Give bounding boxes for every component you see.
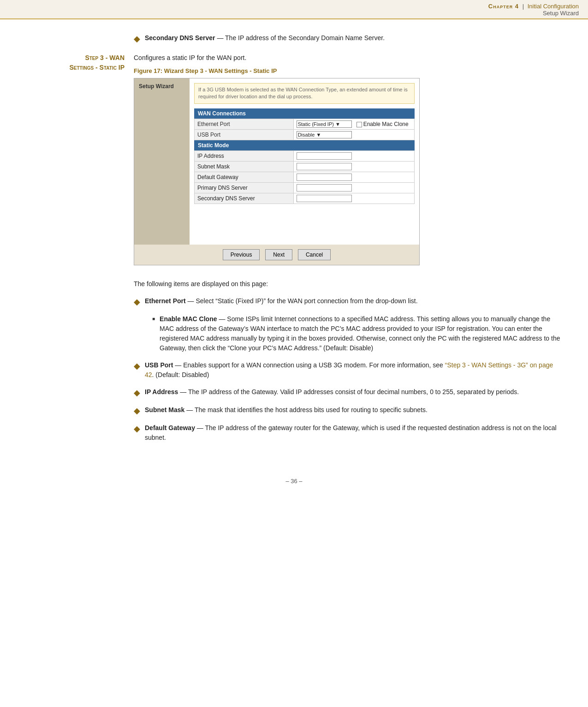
subnet-bullet-text: Subnet Mask — The mask that identifies t… (145, 405, 428, 416)
default-gateway-cell (293, 172, 414, 182)
secondary-dns-cell (293, 193, 414, 204)
default-gateway-label: Default Gateway (195, 172, 294, 182)
step3-label: Step 3 - WAN Settings - Static IP (28, 53, 134, 265)
mac-clone-sub-text: Enable MAC Clone — Some ISPs limit Inter… (160, 314, 560, 353)
wizard-main-panel: If a 3G USB Modem is selected as the WAN… (190, 78, 419, 245)
subnet-text: — The mask that identifies the host addr… (184, 406, 428, 413)
ip-address-input[interactable] (297, 152, 352, 160)
step3-label-line1: Step 3 - WAN (85, 54, 125, 61)
usb-port-bullet: ◆ USB Port — Enables support for a WAN c… (134, 360, 560, 380)
step3-description: Configures a static IP for the WAN port. (134, 53, 560, 63)
ethernet-port-row: Ethernet Port Static (Fixed IP) ▼ Enable… (195, 119, 415, 129)
step3-label-line2: Settings - Static IP (69, 64, 125, 71)
wizard-sidebar-title: Setup Wizard (139, 83, 185, 90)
wan-connections-header: WAN Connections (194, 108, 415, 119)
usb-text: — Enables support for a WAN connection u… (173, 361, 445, 369)
previous-button[interactable]: Previous (223, 249, 260, 260)
header-sub-title: Setup Wizard (9, 10, 579, 17)
bullet-diamond-icon: ◆ (134, 388, 140, 398)
wizard-notice: If a 3G USB Modem is selected as the WAN… (194, 83, 415, 104)
usb-port-row: USB Port Disable ▼ (195, 129, 415, 140)
ethernet-bullet-item: ◆ Ethernet Port — Select “Static (Fixed … (134, 296, 560, 307)
secondary-dns-input[interactable] (297, 195, 352, 202)
chapter-title: Initial Configuration (528, 3, 579, 10)
bullet-diamond-icon: ◆ (134, 406, 140, 416)
cancel-button[interactable]: Cancel (298, 249, 331, 260)
page-header: Chapter 4 | Initial Configuration Setup … (0, 0, 588, 19)
mac-clone-sub-bullet: ■ Enable MAC Clone — Some ISPs limit Int… (152, 314, 560, 353)
sub-bullet-square-icon: ■ (152, 316, 155, 353)
usb-port-option: Disable (298, 132, 315, 138)
subnet-mask-label: Subnet Mask (195, 161, 294, 172)
usb-text2: . (Default: Disabled) (152, 371, 209, 378)
static-mode-table: IP Address Subnet Mask Default Gateway (194, 150, 415, 204)
ethernet-text: — Select “Static (Fixed IP)” for the WAN… (186, 297, 418, 305)
page-number: – 36 – (285, 478, 302, 485)
bullet-diamond-icon: ◆ (134, 361, 140, 380)
following-section: The following items are displayed on thi… (28, 279, 560, 443)
step3-section: Step 3 - WAN Settings - Static IP Config… (28, 53, 560, 265)
header-separator: | (523, 3, 524, 10)
wan-connections-table: Ethernet Port Static (Fixed IP) ▼ Enable… (194, 119, 415, 140)
default-gateway-row: Default Gateway (195, 172, 415, 182)
ethernet-port-label: Ethernet Port (195, 119, 294, 129)
subnet-bullet-item: ◆ Subnet Mask — The mask that identifies… (134, 405, 560, 416)
secondary-dns-description: — The IP address of the Secondary Domain… (215, 34, 385, 42)
subnet-mask-cell (293, 161, 414, 172)
default-gateway-input[interactable] (297, 174, 352, 181)
chapter-label: Chapter 4 (488, 3, 519, 10)
mac-clone-checkbox[interactable] (356, 122, 362, 127)
ip-address-cell (293, 150, 414, 161)
ethernet-port-select[interactable]: Static (Fixed IP) ▼ (297, 120, 352, 128)
secondary-dns-bullet: ◆ Secondary DNS Server — The IP address … (134, 33, 560, 44)
ip-text: — The IP address of the Gateway. Valid I… (178, 388, 519, 395)
figure-caption: Figure 17: Wizard Step 3 - WAN Settings … (134, 67, 560, 74)
subnet-label: Subnet Mask (145, 406, 184, 413)
ip-bullet-text: IP Address — The IP address of the Gatew… (145, 387, 519, 398)
ethernet-label: Ethernet Port (145, 297, 186, 305)
following-text: The following items are displayed on thi… (134, 279, 560, 289)
primary-dns-cell (293, 182, 414, 193)
ethernet-bullet-text: Ethernet Port — Select “Static (Fixed IP… (145, 296, 418, 307)
ethernet-port-bullet: ◆ Ethernet Port — Select “Static (Fixed … (134, 296, 560, 353)
gateway-bullet-text: Default Gateway — The IP address of the … (145, 423, 560, 443)
static-mode-header: Static Mode (194, 140, 415, 150)
secondary-dns-label: Secondary DNS Server (145, 34, 215, 42)
mac-clone-label: Enable Mac Clone (363, 121, 409, 127)
wizard-inner: Setup Wizard If a 3G USB Modem is select… (134, 78, 419, 245)
next-button[interactable]: Next (265, 249, 292, 260)
ip-address-row: IP Address (195, 150, 415, 161)
gateway-label: Default Gateway (145, 424, 195, 431)
bullet-diamond-icon: ◆ (134, 297, 140, 307)
bullet-diamond-icon: ◆ (134, 34, 140, 44)
ip-address-bullet: ◆ IP Address — The IP address of the Gat… (134, 387, 560, 398)
wizard-screenshot: Setup Wizard If a 3G USB Modem is select… (134, 78, 420, 265)
subnet-mask-row: Subnet Mask (195, 161, 415, 172)
chapter-line: Chapter 4 | Initial Configuration (9, 3, 579, 10)
mac-clone-description: — Some ISPs limit Internet connections t… (160, 315, 560, 352)
default-gateway-bullet: ◆ Default Gateway — The IP address of th… (134, 423, 560, 443)
primary-dns-input[interactable] (297, 184, 352, 192)
secondary-dns-row: Secondary DNS Server (195, 193, 415, 204)
usb-bullet-item: ◆ USB Port — Enables support for a WAN c… (134, 360, 560, 380)
wizard-buttons-bar: Previous Next Cancel (134, 245, 419, 265)
ip-bullet-item: ◆ IP Address — The IP address of the Gat… (134, 387, 560, 398)
page-footer: – 36 – (0, 468, 588, 494)
mac-clone-sub-label: Enable MAC Clone (160, 315, 217, 323)
ethernet-port-value: Static (Fixed IP) ▼ Enable Mac Clone (293, 119, 414, 129)
usb-bullet-text: USB Port — Enables support for a WAN con… (145, 360, 560, 380)
gateway-bullet-item: ◆ Default Gateway — The IP address of th… (134, 423, 560, 443)
ip-label: IP Address (145, 388, 178, 395)
subnet-mask-bullet: ◆ Subnet Mask — The mask that identifies… (134, 405, 560, 416)
subnet-mask-input[interactable] (297, 163, 352, 170)
usb-port-label: USB Port (195, 129, 294, 140)
chapter-number: 4 (515, 3, 519, 10)
secondary-dns-text: Secondary DNS Server — The IP address of… (145, 33, 385, 44)
bullet-diamond-icon: ◆ (134, 424, 140, 443)
gateway-text: — The IP address of the gateway router f… (145, 424, 557, 441)
primary-dns-label: Primary DNS Server (195, 182, 294, 193)
usb-port-select[interactable]: Disable ▼ (297, 131, 352, 138)
ip-address-label: IP Address (195, 150, 294, 161)
chapter-label-text: Chapter (488, 3, 513, 10)
ethernet-port-option: Static (Fixed IP) (298, 121, 334, 127)
